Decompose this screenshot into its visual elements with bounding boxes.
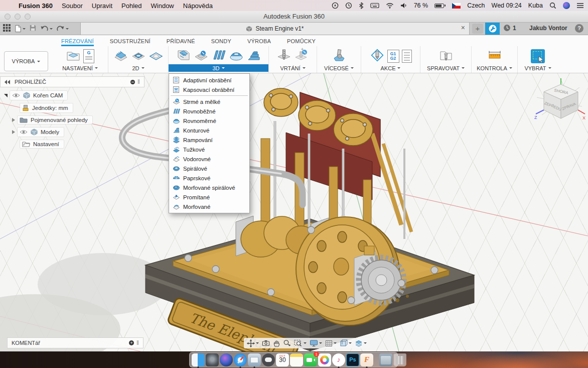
tab-vyroba[interactable]: VÝROBA	[247, 38, 271, 46]
dock-calendar-icon[interactable]: OCT30	[276, 353, 289, 366]
dock-siri-icon[interactable]	[220, 353, 233, 366]
spravovat-dropdown[interactable]: SPRAVOVAT	[420, 64, 471, 72]
bluetooth-icon[interactable]	[359, 2, 364, 9]
drill-icon[interactable]	[276, 48, 291, 65]
menu-item-strme-a-melke[interactable]: Strmé a mělké	[169, 97, 249, 106]
bore-icon[interactable]	[294, 48, 309, 65]
measure-icon[interactable]	[487, 48, 502, 65]
tab-pridavne[interactable]: PŘÍDAVNÉ	[167, 38, 195, 46]
menu-item-promitane[interactable]: Promítané	[169, 192, 249, 202]
tab-soustruzeni[interactable]: SOUSTRUŽENÍ	[110, 38, 151, 46]
browser-header[interactable]: PROHLÍŽEČ ‖	[0, 76, 144, 87]
menu-item-konturove[interactable]: Konturové	[169, 126, 249, 135]
keyboard-icon[interactable]	[370, 3, 379, 9]
kontrola-dropdown[interactable]: KONTROLA	[472, 64, 517, 72]
multiaxis-icon[interactable]	[332, 48, 347, 65]
pocket-3d-icon[interactable]	[194, 48, 209, 65]
viceose-dropdown[interactable]: VÍCEOSÉ	[317, 64, 361, 72]
panel-dock-icon[interactable]	[130, 80, 135, 84]
parallel-3d-icon[interactable]	[211, 48, 226, 65]
menu-item-rovnomerne[interactable]: Rovnoměrné	[169, 116, 249, 126]
wifi-icon[interactable]	[386, 3, 394, 9]
menu-item-adaptivni[interactable]: Adaptivní obrábění	[169, 75, 249, 85]
menu-item-vodorovne[interactable]: Vodorovné	[169, 154, 249, 164]
time-machine-icon[interactable]	[345, 2, 352, 9]
collapse-panel-icon[interactable]	[5, 80, 11, 84]
visual-style-button[interactable]	[355, 340, 367, 347]
zoom-window-caret[interactable]	[304, 342, 307, 345]
orbit-caret[interactable]	[256, 342, 259, 345]
display-settings-button[interactable]	[310, 339, 322, 347]
visibility-eye-icon[interactable]	[20, 130, 28, 135]
face-2d-icon[interactable]	[113, 48, 128, 65]
redo-button[interactable]	[56, 25, 69, 32]
grid-settings-caret[interactable]	[334, 342, 337, 345]
menubar-clock[interactable]: Wed 09:24	[492, 2, 522, 9]
gcode-setup-icon[interactable]: G	[83, 49, 94, 63]
dock-itunes-icon[interactable]: ♪	[332, 353, 345, 366]
zoom-button[interactable]	[283, 339, 291, 347]
app-grid-icon[interactable]	[3, 24, 11, 34]
spotlight-icon[interactable]	[549, 2, 556, 9]
vyroba-dropdown-button[interactable]: VÝROBA	[4, 51, 48, 71]
viewports-button[interactable]	[340, 339, 352, 347]
new-tab-button[interactable]: +	[472, 24, 483, 34]
tree-item-modely[interactable]: Modely	[12, 128, 144, 137]
comment-bar[interactable]: KOMENTář +‖	[7, 337, 143, 348]
menu-app-name[interactable]: Fusion 360	[14, 2, 57, 10]
grid-settings-button[interactable]	[325, 340, 337, 347]
dock-facetime-icon[interactable]: 1	[304, 353, 317, 366]
menu-item-rampovani[interactable]: Rampování	[169, 135, 249, 145]
dock-photoshop-icon[interactable]: Ps	[346, 353, 359, 366]
comment-grip[interactable]: ‖	[136, 339, 139, 346]
menu-window[interactable]: Window	[146, 2, 179, 10]
akce-dropdown[interactable]: AKCE	[361, 64, 420, 72]
zoom-window-button[interactable]	[294, 339, 307, 347]
dock-downloads-folder-icon[interactable]	[379, 353, 392, 366]
vybrat-dropdown[interactable]: VYBRAT	[518, 64, 558, 72]
setup-folder-icon[interactable]	[66, 48, 81, 65]
save-button[interactable]	[29, 24, 37, 34]
menu-item-morfovane-spiralove[interactable]: Morfované spirálové	[169, 183, 249, 192]
undo-button[interactable]	[40, 25, 53, 32]
tab-sondy[interactable]: SONDY	[211, 38, 231, 46]
tree-item-pohledy[interactable]: Pojmenované pohledy	[12, 116, 144, 124]
window-titlebar[interactable]: Autodesk Fusion 360	[0, 11, 588, 23]
tab-pomucky[interactable]: POMŮCKY	[287, 38, 316, 46]
close-window-button[interactable]	[5, 14, 11, 20]
3d-dropdown-open[interactable]: 3D	[169, 64, 268, 72]
ramp-3d-icon[interactable]	[246, 48, 261, 65]
select-icon[interactable]	[531, 49, 545, 63]
collapsed-icon[interactable]	[12, 130, 15, 134]
file-menu-button[interactable]	[14, 25, 26, 33]
help-button[interactable]: ?	[575, 24, 583, 33]
viewports-caret[interactable]	[349, 342, 352, 345]
input-source-label[interactable]: Czech	[467, 2, 485, 9]
collapsed-icon[interactable]	[12, 118, 15, 122]
zoom-window-button[interactable]	[25, 14, 31, 20]
notification-center-icon[interactable]	[576, 3, 584, 9]
scallop-3d-icon[interactable]	[229, 48, 244, 65]
viewcube[interactable]: SHORA ZEPŘEDU ZPRAVA Z X	[532, 77, 587, 128]
minimize-window-button[interactable]	[15, 14, 21, 20]
pan-button[interactable]	[273, 339, 280, 347]
dock-notes-icon[interactable]	[290, 353, 303, 366]
expand-icon[interactable]	[4, 94, 8, 97]
2d-dropdown[interactable]: 2D	[108, 64, 168, 72]
dock-launchpad-icon[interactable]	[206, 353, 219, 366]
dock-fusion360-icon[interactable]: F	[360, 353, 373, 366]
orbit-button[interactable]	[247, 339, 259, 347]
menu-item-morfovane[interactable]: Morfované	[169, 202, 249, 211]
nastaveni-dropdown[interactable]: NASTAVENÍ	[52, 64, 108, 72]
version-indicator[interactable]: 1	[503, 24, 516, 32]
look-at-button[interactable]	[262, 340, 270, 347]
setup-sheet-icon[interactable]	[402, 50, 412, 63]
3d-viewport[interactable]: The Elephant	[0, 73, 588, 351]
document-tab[interactable]: Steam Engine v1* ×	[80, 23, 470, 35]
dock-messages-icon[interactable]	[262, 353, 275, 366]
menu-item-tuzkove[interactable]: Tužkové	[169, 145, 249, 154]
menu-upravit[interactable]: Upravit	[87, 2, 117, 10]
menu-soubor[interactable]: Soubor	[57, 2, 87, 10]
vrtani-dropdown[interactable]: VRTÁNÍ	[269, 64, 317, 72]
dock-finder-icon[interactable]	[192, 353, 205, 366]
